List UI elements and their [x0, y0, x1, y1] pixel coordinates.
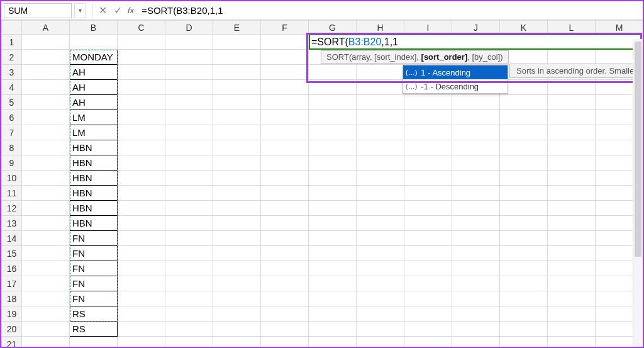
cell-L10[interactable] [548, 171, 596, 186]
cell-A2[interactable] [22, 50, 70, 65]
cell-I15[interactable] [404, 246, 452, 261]
cell-D15[interactable] [165, 246, 213, 261]
cell-K19[interactable] [500, 306, 548, 322]
cell-A15[interactable] [22, 246, 70, 261]
cell-D4[interactable] [165, 80, 213, 95]
cell-L6[interactable] [548, 110, 596, 125]
cell-D6[interactable] [165, 110, 213, 125]
cell-F20[interactable] [261, 322, 309, 337]
fx-label[interactable]: fx [128, 6, 134, 15]
cell-J18[interactable] [452, 291, 500, 306]
column-header-D[interactable]: D [165, 21, 213, 35]
row-header-14[interactable]: 14 [2, 231, 22, 246]
column-header-K[interactable]: K [500, 21, 548, 35]
vertical-scrollbar[interactable] [633, 39, 643, 347]
cell-K18[interactable] [500, 291, 548, 306]
cell-B17[interactable]: FN [70, 276, 118, 291]
row-header-21[interactable]: 21 [2, 337, 22, 347]
cell-B4[interactable]: AH [70, 80, 118, 95]
cell-H10[interactable] [357, 171, 404, 186]
cell-J19[interactable] [452, 306, 500, 322]
row-header-9[interactable]: 9 [2, 155, 22, 171]
cell-C13[interactable] [118, 216, 165, 231]
cell-L15[interactable] [548, 246, 596, 261]
cell-E6[interactable] [213, 110, 261, 125]
cell-D11[interactable] [165, 186, 213, 201]
cell-F19[interactable] [261, 306, 309, 322]
cell-C16[interactable] [118, 261, 165, 276]
cell-I17[interactable] [404, 276, 452, 291]
cell-L11[interactable] [548, 186, 596, 201]
row-header-6[interactable]: 6 [2, 110, 22, 125]
cell-D1[interactable] [165, 35, 213, 50]
cell-L12[interactable] [548, 201, 596, 216]
cell-G19[interactable] [309, 306, 357, 322]
cell-C2[interactable] [118, 50, 165, 65]
cell-H19[interactable] [357, 306, 404, 322]
cell-A10[interactable] [22, 171, 70, 186]
cell-G16[interactable] [309, 261, 357, 276]
cell-C9[interactable] [118, 155, 165, 171]
row-header-1[interactable]: 1 [2, 35, 22, 50]
cell-C12[interactable] [118, 201, 165, 216]
cell-J8[interactable] [452, 140, 500, 155]
formula-input[interactable] [139, 3, 643, 18]
cell-F21[interactable] [261, 337, 309, 347]
cell-D16[interactable] [165, 261, 213, 276]
cell-G7[interactable] [309, 125, 357, 140]
cell-E19[interactable] [213, 306, 261, 322]
cell-I5[interactable] [404, 95, 452, 110]
cell-D17[interactable] [165, 276, 213, 291]
cell-B20[interactable]: RS [70, 322, 118, 337]
cell-J12[interactable] [452, 201, 500, 216]
cell-E7[interactable] [213, 125, 261, 140]
cell-K12[interactable] [500, 201, 548, 216]
cell-E8[interactable] [213, 140, 261, 155]
cell-J7[interactable] [452, 125, 500, 140]
cell-edit-overlay[interactable]: =SORT(B3:B20,1,1 [309, 34, 642, 50]
cell-D5[interactable] [165, 95, 213, 110]
cell-I21[interactable] [404, 337, 452, 347]
cell-F7[interactable] [261, 125, 309, 140]
cell-F17[interactable] [261, 276, 309, 291]
cell-B15[interactable]: FN [70, 246, 118, 261]
column-header-E[interactable]: E [213, 21, 261, 35]
cell-I7[interactable] [404, 125, 452, 140]
cell-G15[interactable] [309, 246, 357, 261]
cell-E12[interactable] [213, 201, 261, 216]
row-header-3[interactable]: 3 [2, 65, 22, 80]
cell-J17[interactable] [452, 276, 500, 291]
cell-J13[interactable] [452, 216, 500, 231]
cell-I9[interactable] [404, 155, 452, 171]
cell-K5[interactable] [500, 95, 548, 110]
cell-D18[interactable] [165, 291, 213, 306]
cell-F1[interactable] [261, 35, 309, 50]
cell-F8[interactable] [261, 140, 309, 155]
cell-J10[interactable] [452, 171, 500, 186]
cell-L16[interactable] [548, 261, 596, 276]
cell-B19[interactable]: RS [70, 306, 118, 322]
cell-C17[interactable] [118, 276, 165, 291]
cell-B18[interactable]: FN [70, 291, 118, 306]
cell-B7[interactable]: LM [70, 125, 118, 140]
cell-B10[interactable]: HBN [70, 171, 118, 186]
cell-C14[interactable] [118, 231, 165, 246]
row-header-8[interactable]: 8 [2, 140, 22, 155]
cell-D13[interactable] [165, 216, 213, 231]
cell-L14[interactable] [548, 231, 596, 246]
cell-K8[interactable] [500, 140, 548, 155]
row-header-10[interactable]: 10 [2, 171, 22, 186]
row-header-5[interactable]: 5 [2, 95, 22, 110]
cell-C8[interactable] [118, 140, 165, 155]
cell-G18[interactable] [309, 291, 357, 306]
cell-C3[interactable] [118, 65, 165, 80]
cell-L5[interactable] [548, 95, 596, 110]
cell-A9[interactable] [22, 155, 70, 171]
cell-D8[interactable] [165, 140, 213, 155]
cell-B9[interactable]: HBN [70, 155, 118, 171]
cell-I18[interactable] [404, 291, 452, 306]
cell-E4[interactable] [213, 80, 261, 95]
cell-A21[interactable] [22, 337, 70, 347]
row-header-2[interactable]: 2 [2, 50, 22, 65]
cell-I6[interactable] [404, 110, 452, 125]
